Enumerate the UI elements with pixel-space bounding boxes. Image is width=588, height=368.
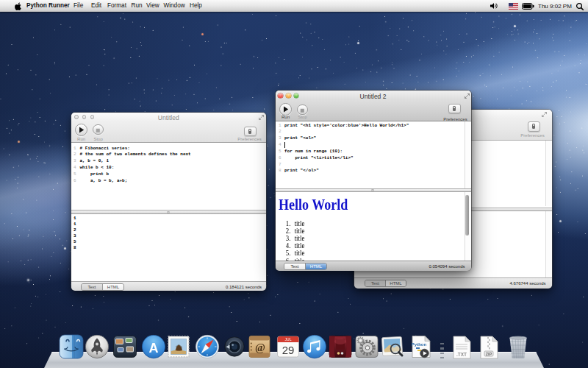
svg-text:@: @ bbox=[255, 342, 265, 353]
svg-text:ZIP: ZIP bbox=[486, 352, 492, 356]
svg-text:29: 29 bbox=[282, 344, 295, 356]
svg-text:Python: Python bbox=[411, 342, 426, 347]
svg-text:.TXT: .TXT bbox=[456, 352, 466, 357]
svg-text:JUL: JUL bbox=[285, 337, 292, 342]
svg-text:A: A bbox=[148, 341, 158, 355]
